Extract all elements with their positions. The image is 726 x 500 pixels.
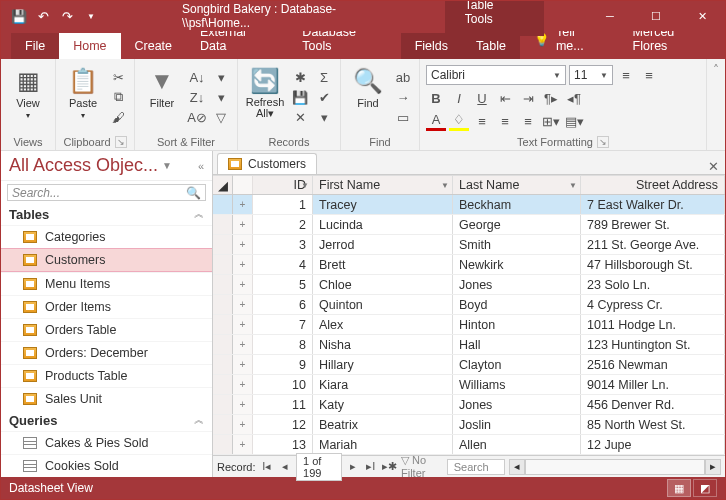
nav-item-customers[interactable]: Customers [1, 248, 212, 272]
alt-row-color-button[interactable]: ▤▾ [564, 111, 584, 131]
cell-last-name[interactable]: Smith [453, 235, 581, 254]
refresh-all-button[interactable]: 🔄RefreshAll▾ [244, 61, 286, 119]
expand-row-button[interactable]: + [233, 335, 253, 354]
expand-row-button[interactable]: + [233, 415, 253, 434]
cell-id[interactable]: 8 [253, 335, 313, 354]
cell-first-name[interactable]: Tracey [313, 195, 453, 214]
prev-record-button[interactable]: ◂ [278, 460, 292, 473]
new-record-button[interactable]: ✱ [290, 67, 310, 87]
bold-button[interactable]: B [426, 88, 446, 108]
table-row[interactable]: +10KiaraWilliams9014 Miller Ln. [213, 375, 725, 395]
cell-first-name[interactable]: Lucinda [313, 215, 453, 234]
datasheet-view-button[interactable]: ▦ [667, 479, 691, 497]
spelling-button[interactable]: ✔ [314, 87, 334, 107]
cell-last-name[interactable]: Jones [453, 275, 581, 294]
copy-button[interactable]: ⧉ [108, 87, 128, 107]
cell-first-name[interactable]: Katy [313, 395, 453, 414]
format-painter-button[interactable]: 🖌 [108, 107, 128, 127]
scroll-right-button[interactable]: ▸ [705, 459, 721, 475]
numbering-button[interactable]: ≡ [639, 65, 659, 85]
font-size-combo[interactable]: 11▼ [569, 65, 613, 85]
textfmt-dialog-launcher[interactable]: ↘ [597, 136, 609, 148]
cell-street-address[interactable]: 23 Solo Ln. [581, 275, 725, 294]
font-color-button[interactable]: A [426, 111, 446, 131]
row-selector[interactable] [213, 375, 233, 394]
expand-row-button[interactable]: + [233, 395, 253, 414]
find-button[interactable]: 🔍Find [347, 61, 389, 109]
scroll-left-button[interactable]: ◂ [509, 459, 525, 475]
advanced-filter-button[interactable]: ▾ [211, 87, 231, 107]
nav-item-products-table[interactable]: Products Table [1, 364, 212, 387]
chevron-down-icon[interactable]: ▼ [441, 181, 449, 190]
nav-item-menu-items[interactable]: Menu Items [1, 272, 212, 295]
table-row[interactable]: +6QuintonBoyd4 Cypress Cr. [213, 295, 725, 315]
table-row[interactable]: +4BrettNewkirk47 Hillsborough St. [213, 255, 725, 275]
row-selector[interactable] [213, 195, 233, 214]
new-record-nav-button[interactable]: ▸✱ [382, 460, 397, 473]
qat-customize-icon[interactable]: ▼ [81, 6, 101, 26]
nav-item-orders-table[interactable]: Orders Table [1, 318, 212, 341]
row-selector[interactable] [213, 215, 233, 234]
collapse-ribbon-button[interactable]: ˄ [707, 59, 725, 150]
decrease-indent-button[interactable]: ⇤ [495, 88, 515, 108]
table-row[interactable]: +8NishaHall123 Huntington St. [213, 335, 725, 355]
last-record-button[interactable]: ▸I [364, 460, 378, 473]
nav-item-cookies-sold[interactable]: Cookies Sold [1, 454, 212, 477]
table-row[interactable]: +1TraceyBeckham7 East Walker Dr. [213, 195, 725, 215]
nav-search-input[interactable]: Search... 🔍 [7, 184, 206, 201]
nav-group-tables[interactable]: Tables︽ [1, 204, 212, 225]
expand-row-button[interactable]: + [233, 355, 253, 374]
expand-row-button[interactable]: + [233, 375, 253, 394]
cell-id[interactable]: 3 [253, 235, 313, 254]
goto-button[interactable]: → [393, 87, 413, 107]
bullets-button[interactable]: ≡ [616, 65, 636, 85]
cell-first-name[interactable]: Hillary [313, 355, 453, 374]
cell-last-name[interactable]: Allen [453, 435, 581, 454]
filter-button[interactable]: ▼Filter [141, 61, 183, 109]
toggle-filter-button[interactable]: ▽ [211, 107, 231, 127]
fill-color-button[interactable]: ♢ [449, 111, 469, 131]
column-header-street-address[interactable]: Street Address [581, 175, 725, 194]
cell-last-name[interactable]: George [453, 215, 581, 234]
selection-filter-button[interactable]: ▾ [211, 67, 231, 87]
select-all-cell[interactable]: ◢ [213, 175, 233, 194]
table-row[interactable]: +11KatyJones456 Denver Rd. [213, 395, 725, 415]
first-record-button[interactable]: I◂ [260, 460, 274, 473]
cell-street-address[interactable]: 47 Hillsborough St. [581, 255, 725, 274]
expand-row-button[interactable]: + [233, 315, 253, 334]
cell-id[interactable]: 9 [253, 355, 313, 374]
expand-row-button[interactable]: + [233, 215, 253, 234]
expand-row-button[interactable]: + [233, 235, 253, 254]
cell-first-name[interactable]: Nisha [313, 335, 453, 354]
replace-button[interactable]: ab [393, 67, 413, 87]
clipboard-dialog-launcher[interactable]: ↘ [115, 136, 127, 148]
maximize-button[interactable]: ☐ [633, 1, 679, 31]
undo-icon[interactable]: ↶ [33, 6, 53, 26]
nav-item-cakes-pies-sold[interactable]: Cakes & Pies Sold [1, 431, 212, 454]
cell-id[interactable]: 7 [253, 315, 313, 334]
cell-first-name[interactable]: Beatrix [313, 415, 453, 434]
close-object-button[interactable]: ✕ [702, 159, 725, 174]
nav-group-queries[interactable]: Queries︽ [1, 410, 212, 431]
row-selector[interactable] [213, 355, 233, 374]
expand-row-button[interactable]: + [233, 295, 253, 314]
chevron-down-icon[interactable]: ▼ [569, 181, 577, 190]
cell-last-name[interactable]: Beckham [453, 195, 581, 214]
align-right-button[interactable]: ≡ [518, 111, 538, 131]
tab-create[interactable]: Create [121, 33, 187, 59]
design-view-button[interactable]: ◩ [693, 479, 717, 497]
paste-button[interactable]: 📋Paste▾ [62, 61, 104, 120]
table-row[interactable]: +12BeatrixJoslin85 North West St. [213, 415, 725, 435]
cell-id[interactable]: 11 [253, 395, 313, 414]
row-selector[interactable] [213, 435, 233, 454]
tab-home[interactable]: Home [59, 33, 120, 59]
h-scrollbar[interactable] [525, 459, 705, 475]
cell-first-name[interactable]: Mariah [313, 435, 453, 454]
italic-button[interactable]: I [449, 88, 469, 108]
row-selector[interactable] [213, 395, 233, 414]
cell-street-address[interactable]: 456 Denver Rd. [581, 395, 725, 414]
table-row[interactable]: +2LucindaGeorge789 Brewer St. [213, 215, 725, 235]
column-header-first-name[interactable]: First Name▼ [313, 175, 453, 194]
save-icon[interactable]: 💾 [9, 6, 29, 26]
cell-last-name[interactable]: Newkirk [453, 255, 581, 274]
